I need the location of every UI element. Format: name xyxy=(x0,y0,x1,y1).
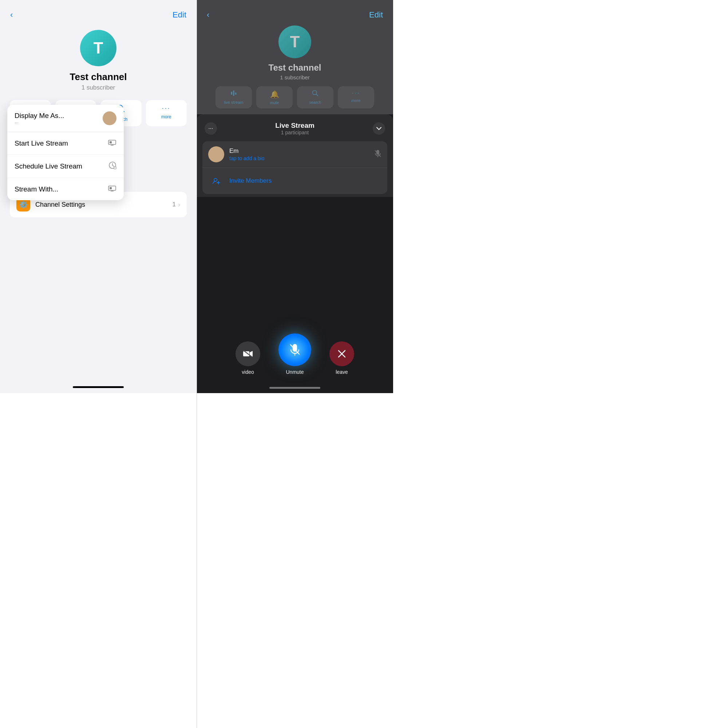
stream-with-label: Stream With... xyxy=(15,185,58,193)
svg-rect-18 xyxy=(235,92,236,95)
right-avatar: T xyxy=(278,26,311,58)
participant-list: Em tap to add a bio xyxy=(202,141,387,194)
participant-info: Em tap to add a bio xyxy=(229,147,374,161)
schedule-live-label: Schedule Live Stream xyxy=(15,162,82,170)
display-me-label: Display Me As... xyxy=(15,112,64,120)
dropdown-menu: Display Me As... ··· Start Live Stream S… xyxy=(7,105,124,200)
livestream-participants: 1 participant xyxy=(275,130,315,135)
right-more-icon: ··· xyxy=(352,90,360,96)
right-avatar-letter: T xyxy=(290,33,300,51)
unmute-button[interactable] xyxy=(278,333,311,366)
livestream-card: ··· Live Stream 1 participant Em tap to … xyxy=(197,114,393,393)
start-live-icon xyxy=(108,139,116,148)
right-nav-bar: ‹ Edit xyxy=(207,10,383,20)
right-home-indicator xyxy=(269,387,320,389)
right-action-livestream-label: live stream xyxy=(224,100,243,104)
right-action-livestream: live stream xyxy=(216,86,252,109)
unmute-control[interactable]: Unmute xyxy=(278,333,311,375)
dropdown-schedule-live[interactable]: Schedule Live Stream xyxy=(7,155,124,178)
invite-icon xyxy=(208,173,224,189)
right-action-more-label: more xyxy=(351,98,360,102)
display-me-sub: ··· xyxy=(15,120,64,125)
leave-label: leave xyxy=(336,369,348,375)
chevron-right-icon: › xyxy=(178,201,180,209)
livestream-title: Live Stream xyxy=(275,122,315,130)
panel-divider xyxy=(197,0,197,393)
start-live-label: Start Live Stream xyxy=(15,139,68,147)
left-panel: ‹ Edit T Test channel 1 subscriber live … xyxy=(0,0,197,393)
participant-item: Em tap to add a bio xyxy=(202,141,387,168)
svg-point-23 xyxy=(214,178,217,181)
leave-control[interactable]: leave xyxy=(329,341,354,375)
schedule-live-icon xyxy=(109,161,116,171)
svg-rect-17 xyxy=(233,91,234,96)
svg-rect-16 xyxy=(231,92,232,95)
dropdown-display-me[interactable]: Display Me As... ··· xyxy=(7,105,124,132)
left-channel-name: Test channel xyxy=(70,71,127,83)
left-action-more[interactable]: ··· more xyxy=(146,100,187,126)
video-label: video xyxy=(242,369,254,375)
right-action-search-label: search xyxy=(309,100,321,104)
display-me-avatar xyxy=(102,112,116,125)
livestream-title-block: Live Stream 1 participant xyxy=(275,122,315,135)
right-action-mute: 🔔 mute xyxy=(256,86,293,109)
right-livestream-icon xyxy=(230,90,237,98)
dropdown-stream-with[interactable]: Stream With... xyxy=(7,178,124,200)
right-channel-name: Test channel xyxy=(269,63,321,73)
right-action-search: search xyxy=(297,86,333,109)
invite-members-item[interactable]: Invite Members xyxy=(202,168,387,194)
svg-rect-15 xyxy=(110,187,112,189)
bottom-controls: video Unmute xyxy=(197,323,393,393)
right-mute-icon: 🔔 xyxy=(270,90,279,99)
unmute-label: Unmute xyxy=(286,369,304,375)
dropdown-start-live[interactable]: Start Live Stream xyxy=(7,132,124,155)
participant-mute-icon[interactable] xyxy=(374,150,381,159)
right-back-button[interactable]: ‹ xyxy=(207,10,209,20)
right-top-overlay: ‹ Edit T Test channel 1 subscriber live … xyxy=(197,0,393,114)
livestream-dots-button[interactable]: ··· xyxy=(205,122,217,135)
video-control[interactable]: video xyxy=(236,341,260,375)
left-edit-button[interactable]: Edit xyxy=(173,10,187,20)
right-subscriber-count: 1 subscriber xyxy=(280,74,310,80)
more-icon: ··· xyxy=(162,104,171,112)
left-avatar-letter: T xyxy=(93,39,103,57)
participant-avatar xyxy=(208,146,224,162)
channel-settings-badge: 1 xyxy=(173,201,176,208)
livestream-header: ··· Live Stream 1 participant xyxy=(197,114,393,138)
left-back-button[interactable]: ‹ xyxy=(10,10,13,20)
invite-members-label: Invite Members xyxy=(229,177,272,185)
stream-with-icon xyxy=(108,185,116,194)
participant-name: Em xyxy=(229,147,374,155)
svg-rect-9 xyxy=(110,141,112,144)
livestream-chevron-button[interactable] xyxy=(373,122,385,135)
left-home-indicator xyxy=(73,386,124,388)
svg-line-20 xyxy=(316,94,318,96)
right-action-mute-label: mute xyxy=(270,101,279,105)
left-avatar: T xyxy=(80,30,116,66)
left-nav-bar: ‹ Edit xyxy=(0,0,197,24)
left-subscriber-count: 1 subscriber xyxy=(81,84,115,91)
right-edit-button[interactable]: Edit xyxy=(369,10,383,20)
right-action-row: live stream 🔔 mute search ··· more xyxy=(216,86,374,109)
right-panel: ‹ Edit T Test channel 1 subscriber live … xyxy=(197,0,393,393)
right-action-more: ··· more xyxy=(338,86,374,109)
participant-bio[interactable]: tap to add a bio xyxy=(229,155,374,161)
video-button[interactable] xyxy=(236,341,260,366)
leave-button[interactable] xyxy=(329,341,354,366)
left-action-more-label: more xyxy=(161,114,171,119)
right-search-icon xyxy=(312,90,318,98)
dark-area xyxy=(197,197,393,323)
channel-settings-label: Channel Settings xyxy=(35,201,85,209)
